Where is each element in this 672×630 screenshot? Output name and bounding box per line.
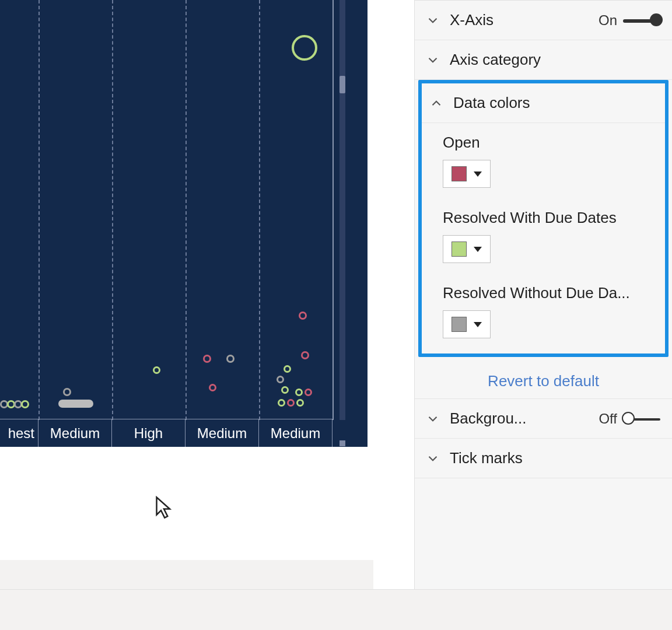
color-item-resolved-without-due: Resolved Without Due Da... — [422, 274, 665, 354]
chevron-down-icon — [425, 451, 440, 466]
color-swatch — [452, 166, 467, 181]
data-colors-section[interactable]: Data colors — [422, 83, 665, 123]
gridline — [186, 0, 187, 420]
format-panel: X-Axis On Axis category Data colors Open — [414, 0, 672, 630]
data-point[interactable] — [292, 35, 317, 61]
x-axis-labels: hest Medium High Medium Medium — [0, 419, 368, 447]
color-item-resolved-with-due: Resolved With Due Dates — [422, 198, 665, 274]
background-label: Backgrou... — [450, 410, 598, 428]
gridline — [112, 0, 113, 420]
axis-label: hest — [0, 419, 38, 447]
mouse-cursor-icon — [155, 496, 173, 519]
data-colors-section-highlight: Data colors Open Resolved With Due Dates… — [418, 80, 668, 357]
panel-divider — [368, 0, 414, 630]
axis-label: High — [112, 419, 186, 447]
tick-marks-section[interactable]: Tick marks — [415, 439, 672, 478]
color-item-open: Open — [422, 123, 665, 198]
color-swatch — [452, 242, 467, 257]
background-section[interactable]: Backgrou... Off — [415, 398, 672, 439]
gridline — [259, 0, 260, 420]
toggle-switch-on[interactable] — [623, 18, 660, 23]
data-point[interactable] — [278, 399, 285, 407]
data-point[interactable] — [295, 388, 303, 396]
data-point[interactable] — [63, 388, 71, 396]
color-picker-button[interactable] — [443, 310, 491, 338]
color-item-label: Open — [443, 134, 665, 152]
data-point[interactable] — [284, 365, 291, 373]
hscroll-thumb[interactable] — [58, 400, 93, 408]
data-point[interactable] — [276, 376, 284, 383]
chart-scrollbar-track[interactable] — [340, 0, 345, 420]
axis-category-label: Axis category — [450, 51, 660, 69]
scatter-chart[interactable]: hest Medium High Medium Medium — [0, 0, 368, 447]
data-point[interactable] — [209, 384, 216, 391]
axis-label: Medium — [259, 419, 332, 447]
data-point[interactable] — [226, 355, 235, 363]
chart-area: hest Medium High Medium Medium — [0, 0, 373, 630]
data-point[interactable] — [21, 400, 29, 408]
data-point[interactable] — [281, 386, 289, 394]
color-picker-button[interactable] — [443, 160, 491, 188]
color-item-label: Resolved Without Due Da... — [443, 284, 665, 302]
caret-down-icon — [474, 172, 482, 177]
chart-scrollbar-thumb[interactable] — [340, 76, 345, 93]
data-point[interactable] — [287, 399, 295, 407]
color-swatch — [452, 317, 467, 332]
axis-category-section[interactable]: Axis category — [415, 40, 672, 80]
data-point[interactable] — [301, 351, 309, 359]
footer-bar — [0, 589, 672, 630]
color-item-label: Resolved With Due Dates — [443, 209, 665, 227]
xaxis-label: X-Axis — [450, 11, 598, 29]
data-colors-label: Data colors — [453, 94, 653, 112]
data-point[interactable] — [304, 388, 312, 396]
data-point[interactable] — [153, 366, 160, 374]
toggle-state-text: On — [598, 12, 617, 29]
tick-marks-label: Tick marks — [450, 449, 660, 467]
axis-label: Medium — [186, 419, 259, 447]
toggle-switch-off[interactable] — [623, 416, 660, 421]
background-toggle[interactable]: Off — [598, 411, 660, 427]
caret-down-icon — [474, 322, 482, 327]
plot-border-right — [332, 0, 334, 420]
caret-down-icon — [474, 247, 482, 252]
data-point[interactable] — [203, 355, 211, 363]
axis-label: Medium — [38, 419, 112, 447]
xaxis-section[interactable]: X-Axis On — [415, 1, 672, 40]
chevron-up-icon — [429, 96, 444, 111]
chevron-down-icon — [425, 13, 440, 28]
toggle-state-text: Off — [598, 411, 617, 427]
chevron-down-icon — [425, 411, 440, 426]
gridline — [38, 0, 40, 420]
xaxis-toggle[interactable]: On — [598, 12, 660, 29]
data-point[interactable] — [296, 399, 304, 407]
revert-to-default-link[interactable]: Revert to default — [415, 357, 672, 398]
data-point[interactable] — [299, 312, 307, 320]
color-picker-button[interactable] — [443, 235, 491, 263]
chevron-down-icon — [425, 52, 440, 68]
